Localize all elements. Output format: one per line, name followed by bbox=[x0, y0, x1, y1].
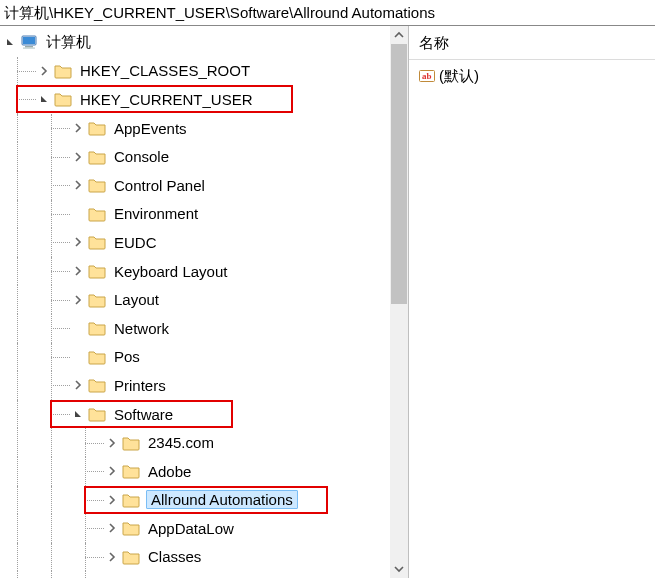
tree-item-label: Printers bbox=[112, 377, 168, 394]
expand-toggle[interactable] bbox=[70, 377, 86, 393]
folder-icon bbox=[88, 148, 106, 166]
tree-item-label: Console bbox=[112, 148, 171, 165]
tree-item[interactable]: EUDC bbox=[0, 228, 408, 257]
expand-toggle[interactable] bbox=[36, 63, 52, 79]
tree-item[interactable]: Allround Automations bbox=[0, 486, 408, 515]
tree-panel: 计算机HKEY_CLASSES_ROOTHKEY_CURRENT_USERApp… bbox=[0, 26, 408, 578]
computer-icon bbox=[20, 33, 38, 51]
tree-item[interactable]: Environment bbox=[0, 200, 408, 229]
expand-toggle[interactable] bbox=[70, 120, 86, 136]
tree-item-label: 2345.com bbox=[146, 434, 216, 451]
tree-item[interactable]: Software bbox=[0, 400, 408, 429]
value-name: (默认) bbox=[439, 67, 479, 86]
tree-item[interactable]: 计算机 bbox=[0, 28, 408, 57]
tree-item[interactable]: Network bbox=[0, 314, 408, 343]
expand-toggle[interactable] bbox=[104, 492, 120, 508]
expand-toggle[interactable] bbox=[70, 263, 86, 279]
tree-item-label: Classes bbox=[146, 548, 203, 565]
folder-icon bbox=[122, 519, 140, 537]
svg-text:ab: ab bbox=[422, 71, 432, 81]
tree-item[interactable]: Control Panel bbox=[0, 171, 408, 200]
tree-item[interactable]: AppDataLow bbox=[0, 514, 408, 543]
tree-item[interactable]: 2345.com bbox=[0, 428, 408, 457]
expand-toggle[interactable] bbox=[104, 549, 120, 565]
folder-icon bbox=[88, 376, 106, 394]
address-bar-text: 计算机\HKEY_CURRENT_USER\Software\Allround … bbox=[4, 4, 435, 21]
expand-toggle[interactable] bbox=[104, 520, 120, 536]
value-row-default[interactable]: ab (默认) bbox=[419, 64, 645, 88]
scroll-thumb[interactable] bbox=[391, 44, 407, 304]
scroll-up-arrow[interactable] bbox=[390, 26, 408, 44]
expand-toggle[interactable] bbox=[70, 234, 86, 250]
folder-icon bbox=[88, 262, 106, 280]
tree-scrollbar[interactable] bbox=[390, 26, 408, 578]
expand-toggle[interactable] bbox=[104, 435, 120, 451]
tree-item-label: AppEvents bbox=[112, 120, 189, 137]
expand-toggle[interactable] bbox=[70, 149, 86, 165]
values-column-header-name[interactable]: 名称 bbox=[409, 26, 655, 60]
tree-item-label: EUDC bbox=[112, 234, 159, 251]
main-area: 计算机HKEY_CLASSES_ROOTHKEY_CURRENT_USERApp… bbox=[0, 26, 655, 578]
folder-icon bbox=[122, 434, 140, 452]
expand-toggle[interactable] bbox=[70, 292, 86, 308]
tree-item[interactable]: Printers bbox=[0, 371, 408, 400]
address-bar[interactable]: 计算机\HKEY_CURRENT_USER\Software\Allround … bbox=[0, 0, 655, 26]
tree-item[interactable]: Conexant bbox=[0, 571, 408, 578]
tree-item-label: AppDataLow bbox=[146, 520, 236, 537]
folder-icon bbox=[88, 176, 106, 194]
tree-item-label: Layout bbox=[112, 291, 161, 308]
folder-icon bbox=[88, 291, 106, 309]
folder-icon bbox=[88, 233, 106, 251]
tree-item-label: Pos bbox=[112, 348, 142, 365]
tree-item[interactable]: Classes bbox=[0, 543, 408, 572]
tree-item-label: HKEY_CURRENT_USER bbox=[78, 91, 255, 108]
collapse-toggle[interactable] bbox=[36, 91, 52, 107]
svg-rect-3 bbox=[23, 48, 35, 49]
folder-icon bbox=[88, 348, 106, 366]
tree-item-label: Environment bbox=[112, 205, 200, 222]
tree-item-label: Keyboard Layout bbox=[112, 263, 229, 280]
folder-icon bbox=[88, 405, 106, 423]
folder-icon bbox=[54, 62, 72, 80]
tree-item[interactable]: Adobe bbox=[0, 457, 408, 486]
folder-icon bbox=[122, 462, 140, 480]
tree-item-label: 计算机 bbox=[44, 33, 93, 52]
tree-item-label: Adobe bbox=[146, 463, 193, 480]
svg-rect-1 bbox=[23, 37, 35, 44]
tree-item[interactable]: AppEvents bbox=[0, 114, 408, 143]
tree-item[interactable]: Console bbox=[0, 142, 408, 171]
folder-icon bbox=[88, 319, 106, 337]
tree-item[interactable]: HKEY_CLASSES_ROOT bbox=[0, 57, 408, 86]
folder-icon bbox=[122, 548, 140, 566]
collapse-toggle[interactable] bbox=[2, 34, 18, 50]
svg-rect-2 bbox=[25, 46, 33, 48]
expand-toggle[interactable] bbox=[70, 177, 86, 193]
expand-toggle[interactable] bbox=[104, 463, 120, 479]
folder-icon bbox=[122, 491, 140, 509]
tree-item-label: Software bbox=[112, 406, 175, 423]
tree-item-label: Allround Automations bbox=[146, 490, 298, 509]
tree-item[interactable]: HKEY_CURRENT_USER bbox=[0, 85, 408, 114]
folder-icon bbox=[88, 205, 106, 223]
scroll-down-arrow[interactable] bbox=[390, 560, 408, 578]
values-panel: 名称 ab (默认) bbox=[409, 26, 655, 578]
string-value-icon: ab bbox=[419, 68, 435, 84]
tree-item[interactable]: Layout bbox=[0, 285, 408, 314]
folder-icon bbox=[88, 119, 106, 137]
tree-item[interactable]: Keyboard Layout bbox=[0, 257, 408, 286]
tree-item[interactable]: Pos bbox=[0, 343, 408, 372]
registry-tree[interactable]: 计算机HKEY_CLASSES_ROOTHKEY_CURRENT_USERApp… bbox=[0, 26, 408, 578]
tree-item-label: Control Panel bbox=[112, 177, 207, 194]
folder-icon bbox=[54, 90, 72, 108]
collapse-toggle[interactable] bbox=[70, 406, 86, 422]
values-list: ab (默认) bbox=[409, 60, 655, 92]
tree-item-label: Network bbox=[112, 320, 171, 337]
tree-item-label: HKEY_CLASSES_ROOT bbox=[78, 62, 252, 79]
